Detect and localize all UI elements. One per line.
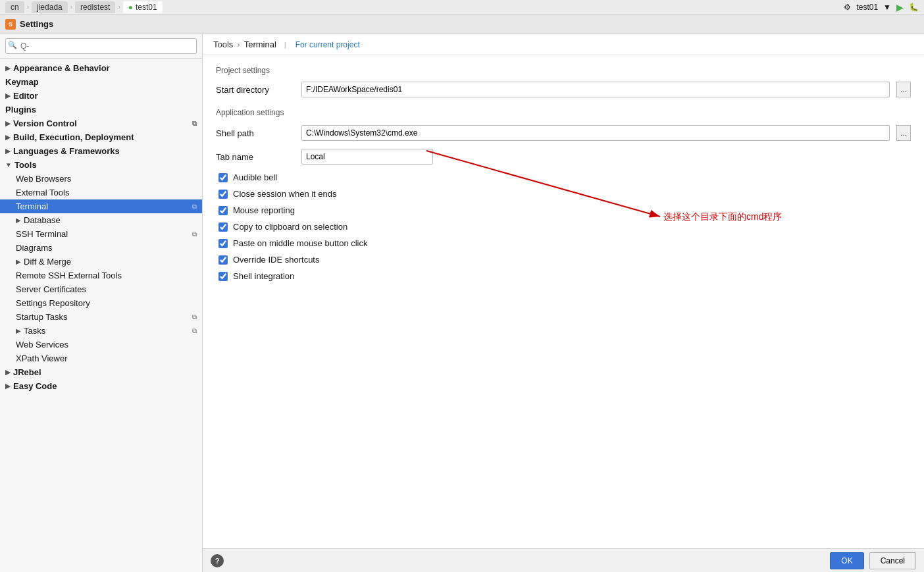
tab-name-input[interactable] bbox=[301, 149, 433, 165]
badge-icon: ⧉ bbox=[192, 203, 197, 211]
sidebar-item-web-browsers[interactable]: Web Browsers bbox=[0, 172, 202, 186]
badge-icon: ⧉ bbox=[192, 327, 197, 335]
title-bar: S Settings bbox=[0, 14, 924, 34]
copy-clipboard-label: Copy to clipboard on selection bbox=[233, 222, 347, 232]
shell-integration-checkbox[interactable] bbox=[218, 272, 228, 281]
expand-icon: ▶ bbox=[16, 327, 21, 334]
audible-bell-label: Audible bell bbox=[233, 172, 277, 182]
mouse-reporting-label: Mouse reporting bbox=[233, 205, 295, 215]
sidebar-item-easy-code[interactable]: ▶ Easy Code bbox=[0, 379, 202, 393]
panel-content-area: Project settings Start directory … Appli… bbox=[203, 55, 924, 548]
tab-cn[interactable]: cn bbox=[5, 1, 24, 13]
shell-integration-label: Shell integration bbox=[233, 271, 294, 281]
main-container: ▶ Appearance & Behavior Keymap ▶ Editor … bbox=[0, 34, 924, 572]
audible-bell-checkbox[interactable] bbox=[218, 173, 228, 182]
sidebar-item-languages[interactable]: ▶ Languages & Frameworks bbox=[0, 144, 202, 158]
shell-path-input[interactable] bbox=[301, 125, 890, 141]
checkbox-copy-clipboard: Copy to clipboard on selection bbox=[216, 222, 911, 232]
tab-jiedada[interactable]: jiedada bbox=[32, 1, 68, 13]
start-directory-row: Start directory … bbox=[216, 82, 911, 97]
badge-icon: ⧉ bbox=[192, 230, 197, 238]
expand-icon: ▶ bbox=[16, 258, 21, 265]
help-button[interactable]: ? bbox=[211, 554, 224, 567]
top-bar: cn › jiedada › redistest › ● test01 ⚙ te… bbox=[0, 0, 924, 14]
expand-icon: ▶ bbox=[5, 134, 11, 141]
sidebar-item-version-control[interactable]: ▶ Version Control ⧉ bbox=[0, 117, 202, 130]
tab-test01[interactable]: ● test01 bbox=[123, 1, 163, 13]
checkbox-override-ide: Override IDE shortcuts bbox=[216, 255, 911, 265]
cancel-button[interactable]: Cancel bbox=[869, 552, 916, 569]
project-settings-label: Project settings bbox=[216, 66, 911, 75]
paste-middle-checkbox[interactable] bbox=[218, 239, 228, 248]
sidebar-item-diff-merge[interactable]: ▶ Diff & Merge bbox=[0, 255, 202, 269]
sidebar-item-server-certs[interactable]: Server Certificates bbox=[0, 282, 202, 296]
paste-middle-label: Paste on middle mouse button click bbox=[233, 238, 368, 248]
expand-icon: ▶ bbox=[5, 369, 11, 376]
expand-icon: ▶ bbox=[5, 120, 11, 127]
panel-title: Terminal bbox=[244, 39, 276, 49]
breadcrumb-sep: › bbox=[237, 39, 240, 49]
sidebar-item-tools[interactable]: ▼ Tools bbox=[0, 158, 202, 172]
sidebar-item-xpath-viewer[interactable]: XPath Viewer bbox=[0, 351, 202, 365]
sidebar-item-terminal[interactable]: Terminal ⧉ bbox=[0, 199, 202, 213]
sidebar-item-database[interactable]: ▶ Database bbox=[0, 213, 202, 227]
expand-icon: ▶ bbox=[5, 65, 11, 72]
sidebar-item-web-services[interactable]: Web Services bbox=[0, 338, 202, 351]
right-panel: Tools › Terminal | For current project P… bbox=[203, 34, 924, 572]
expand-icon: ▶ bbox=[16, 217, 21, 224]
sidebar-item-editor[interactable]: ▶ Editor bbox=[0, 89, 202, 103]
shell-path-label: Shell path bbox=[216, 128, 295, 138]
sidebar-item-keymap[interactable]: Keymap bbox=[0, 75, 202, 89]
shell-path-row: Shell path … bbox=[216, 125, 911, 141]
checkbox-paste-middle: Paste on middle mouse button click bbox=[216, 238, 911, 248]
sidebar-item-jrebel[interactable]: ▶ JRebel bbox=[0, 365, 202, 379]
for-project-link[interactable]: For current project bbox=[295, 40, 360, 49]
checkbox-close-session: Close session when it ends bbox=[216, 189, 911, 199]
sidebar-item-diagrams[interactable]: Diagrams bbox=[0, 241, 202, 255]
checkbox-mouse-reporting: Mouse reporting bbox=[216, 205, 911, 215]
override-ide-checkbox[interactable] bbox=[218, 255, 228, 265]
app-icon: S bbox=[5, 19, 16, 30]
tab-name-row: Tab name bbox=[216, 149, 911, 165]
expand-icon: ▶ bbox=[5, 147, 11, 155]
sidebar: ▶ Appearance & Behavior Keymap ▶ Editor … bbox=[0, 34, 203, 572]
close-session-label: Close session when it ends bbox=[233, 189, 337, 199]
sidebar-item-remote-ssh[interactable]: Remote SSH External Tools bbox=[0, 269, 202, 282]
window-title: Settings bbox=[20, 19, 53, 29]
breadcrumb: Tools bbox=[213, 39, 233, 49]
expand-icon: ▶ bbox=[5, 92, 11, 99]
sidebar-item-startup-tasks[interactable]: Startup Tasks ⧉ bbox=[0, 310, 202, 324]
sidebar-item-tasks[interactable]: ▶ Tasks ⧉ bbox=[0, 324, 202, 338]
shell-path-browse-btn[interactable]: … bbox=[896, 125, 911, 141]
panel-body: Project settings Start directory … Appli… bbox=[203, 55, 924, 298]
badge-icon: ⧉ bbox=[192, 313, 197, 321]
sidebar-tree: ▶ Appearance & Behavior Keymap ▶ Editor … bbox=[0, 59, 202, 572]
copy-clipboard-checkbox[interactable] bbox=[218, 222, 228, 232]
search-input[interactable] bbox=[5, 38, 197, 54]
expand-icon: ▼ bbox=[5, 161, 12, 169]
ok-button[interactable]: OK bbox=[830, 552, 863, 569]
badge-icon: ⧉ bbox=[192, 120, 197, 128]
panel-header: Tools › Terminal | For current project bbox=[203, 34, 924, 55]
tab-name-label: Tab name bbox=[216, 152, 295, 162]
override-ide-label: Override IDE shortcuts bbox=[233, 255, 320, 265]
checkbox-audible-bell: Audible bell bbox=[216, 172, 911, 182]
sidebar-item-external-tools[interactable]: External Tools bbox=[0, 186, 202, 199]
sidebar-item-build[interactable]: ▶ Build, Execution, Deployment bbox=[0, 130, 202, 144]
mouse-reporting-checkbox[interactable] bbox=[218, 206, 228, 215]
app-settings-label: Application settings bbox=[216, 108, 911, 117]
start-directory-browse-btn[interactable]: … bbox=[896, 82, 911, 97]
sidebar-item-appearance[interactable]: ▶ Appearance & Behavior bbox=[0, 61, 202, 75]
expand-icon: ▶ bbox=[5, 382, 11, 390]
sidebar-item-ssh-terminal[interactable]: SSH Terminal ⧉ bbox=[0, 227, 202, 241]
start-directory-label: Start directory bbox=[216, 85, 295, 95]
tab-redistest[interactable]: redistest bbox=[75, 1, 115, 13]
sidebar-item-settings-repo[interactable]: Settings Repository bbox=[0, 296, 202, 310]
start-directory-input[interactable] bbox=[301, 82, 890, 97]
search-box bbox=[0, 34, 202, 59]
checkbox-shell-integration: Shell integration bbox=[216, 271, 911, 281]
close-session-checkbox[interactable] bbox=[218, 190, 228, 199]
sidebar-item-plugins[interactable]: Plugins bbox=[0, 103, 202, 117]
bottom-bar: ? OK Cancel bbox=[203, 548, 924, 572]
